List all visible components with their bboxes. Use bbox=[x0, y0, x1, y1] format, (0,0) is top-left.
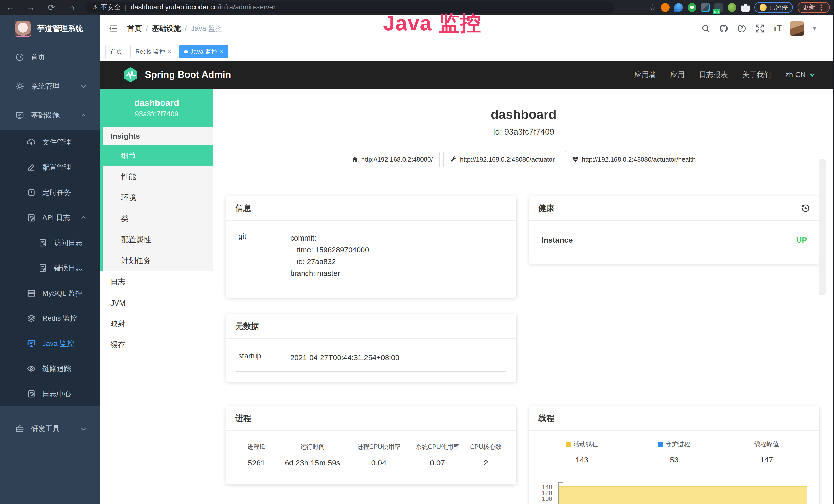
sidebar-item-infrastructure[interactable]: 基础设施 bbox=[0, 101, 100, 130]
extension-icon-4[interactable] bbox=[701, 3, 710, 12]
service-url-button[interactable]: http://192.168.0.2:48080/ bbox=[345, 151, 440, 168]
fullscreen-icon[interactable] bbox=[755, 24, 764, 33]
browser-reload-icon[interactable]: ⟳ bbox=[41, 2, 62, 13]
on-badge: on bbox=[713, 9, 720, 14]
page-title: dashboard bbox=[213, 107, 834, 122]
sba-locale-label: zh-CN bbox=[786, 71, 806, 79]
sba-logo-icon bbox=[122, 67, 139, 83]
sidebar-item-devtools[interactable]: 研发工具 bbox=[0, 414, 100, 443]
sidebar-item-label: 配置管理 bbox=[42, 162, 71, 172]
tab-label: Java 监控 bbox=[190, 47, 217, 56]
sba-menu-logs[interactable]: 日志 bbox=[100, 271, 213, 293]
extension-icon-2[interactable] bbox=[674, 3, 683, 12]
browser-forward-icon[interactable]: → bbox=[21, 2, 41, 12]
cloud-upload-icon bbox=[27, 138, 36, 146]
tab-home[interactable]: 首页 bbox=[105, 45, 127, 58]
sba-menu-classes[interactable]: 类 bbox=[103, 208, 213, 229]
sba-menu-jvm[interactable]: JVM bbox=[100, 293, 213, 314]
sidebar-item-java-monitor[interactable]: Java 监控 bbox=[0, 331, 100, 356]
close-icon[interactable]: × bbox=[220, 48, 223, 55]
sidebar-item-file-manage[interactable]: 文件管理 bbox=[0, 130, 100, 155]
sba-nav-wallboard[interactable]: 应用墙 bbox=[634, 70, 656, 79]
sidebar-item-label: 系统管理 bbox=[31, 82, 60, 91]
chevron-up-icon bbox=[80, 214, 87, 221]
sidebar-item-label: Redis 监控 bbox=[42, 314, 77, 323]
metadata-card-title: 元数据 bbox=[235, 321, 259, 332]
user-avatar[interactable] bbox=[790, 21, 804, 36]
close-icon[interactable]: × bbox=[168, 48, 171, 55]
help-icon[interactable] bbox=[737, 24, 746, 33]
sidebar-item-error-log[interactable]: 错误日志 bbox=[0, 255, 100, 281]
instance-links: http://192.168.0.2:48080/ http://192.168… bbox=[213, 151, 834, 168]
sidebar-item-log-center[interactable]: 日志中心 bbox=[0, 381, 100, 407]
content-scrollbar[interactable] bbox=[818, 159, 826, 295]
threads-card-title: 线程 bbox=[539, 413, 554, 423]
sba-menu-caches[interactable]: 缓存 bbox=[100, 335, 213, 356]
sidebar-item-tracer[interactable]: 链路追踪 bbox=[0, 356, 100, 381]
user-menu-caret-icon[interactable]: ▾ bbox=[813, 25, 816, 32]
extension-icon-6[interactable] bbox=[728, 3, 737, 12]
address-bar[interactable]: ⚠ 不安全 | dashboard.yudao.iocoder.cn /infr… bbox=[85, 2, 614, 13]
hamburger-icon[interactable] bbox=[108, 24, 119, 33]
tab-redis-monitor[interactable]: Redis 监控 × bbox=[130, 45, 176, 58]
sidebar-item-scheduled-job[interactable]: 定时任务 bbox=[0, 180, 100, 205]
sba-nav-about[interactable]: 关于我们 bbox=[742, 70, 771, 79]
paused-label: 已暂停 bbox=[769, 3, 788, 12]
paused-badge[interactable]: 已暂停 bbox=[754, 2, 793, 13]
app-logo[interactable]: 芋道管理系统 bbox=[0, 15, 100, 43]
sba-menu-details[interactable]: 细节 bbox=[103, 145, 213, 166]
sidebar-item-redis-monitor[interactable]: Redis 监控 bbox=[0, 306, 100, 331]
instance-id: 93a3fc7f7409 bbox=[135, 110, 178, 118]
threads-chart: 140 120 100 bbox=[536, 480, 813, 504]
startup-row: startup 2021-04-27T00:44:31.254+08:00 bbox=[236, 352, 506, 371]
sidebar-item-label: 文件管理 bbox=[42, 137, 71, 147]
breadcrumb-infrastructure[interactable]: 基础设施 bbox=[152, 24, 181, 33]
actuator-url-button[interactable]: http://192.168.0.2:48080/actuator bbox=[443, 151, 562, 168]
browser-back-icon[interactable]: ← bbox=[0, 2, 21, 12]
sba-nav-journal[interactable]: 日志报表 bbox=[699, 70, 728, 79]
sidebar-item-home[interactable]: 首页 bbox=[0, 43, 100, 72]
history-icon[interactable] bbox=[801, 204, 810, 213]
layers-icon bbox=[27, 314, 36, 323]
actuator-url: http://192.168.0.2:48080/actuator bbox=[460, 156, 554, 163]
home-icon bbox=[352, 156, 358, 163]
breadcrumb-home[interactable]: 首页 bbox=[127, 24, 142, 33]
extension-icon-3[interactable] bbox=[687, 3, 696, 12]
update-button[interactable]: 更新 ⋮ bbox=[797, 2, 830, 13]
bookmark-star-icon[interactable]: ☆ bbox=[649, 3, 656, 12]
metadata-card: 元数据 startup 2021-04-27T00:44:31.254+08:0… bbox=[226, 314, 516, 382]
tab-java-monitor[interactable]: Java 监控 × bbox=[179, 45, 228, 58]
instance-header[interactable]: dashboard 93a3fc7f7409 bbox=[100, 89, 213, 127]
sidebar-item-label: 研发工具 bbox=[31, 424, 60, 434]
sba-menu-mappings[interactable]: 映射 bbox=[100, 314, 213, 335]
sidebar-item-mysql-monitor[interactable]: MySQL 监控 bbox=[0, 281, 100, 306]
eye-icon bbox=[27, 364, 36, 373]
health-url-button[interactable]: http://192.168.0.2:48080/actuator/health bbox=[565, 151, 702, 168]
sba-brand[interactable]: Spring Boot Admin bbox=[122, 67, 231, 83]
puzzle-extension-icon[interactable] bbox=[741, 3, 750, 12]
gear-icon bbox=[16, 82, 24, 91]
health-card-title: 健康 bbox=[539, 203, 554, 214]
sba-menu-metrics[interactable]: 性能 bbox=[103, 166, 213, 187]
sba-menu-configprops[interactable]: 配置属性 bbox=[103, 229, 213, 250]
sidebar-item-access-log[interactable]: 访问日志 bbox=[0, 230, 100, 255]
app-title: 芋道管理系统 bbox=[37, 23, 83, 34]
search-icon[interactable] bbox=[701, 24, 710, 33]
git-info-row: git commit: time: 1596289704000 id: 27aa… bbox=[236, 232, 506, 287]
browser-home-icon[interactable]: ⌂ bbox=[62, 2, 82, 12]
sidebar-item-config-manage[interactable]: 配置管理 bbox=[0, 155, 100, 180]
sba-locale-select[interactable]: zh-CN bbox=[786, 71, 816, 79]
extension-icon-1[interactable] bbox=[661, 3, 670, 12]
extension-icon-5[interactable]: on bbox=[714, 3, 723, 12]
sidebar-item-api-log[interactable]: API 日志 bbox=[0, 205, 100, 230]
sba-menu-environment[interactable]: 环境 bbox=[103, 187, 213, 208]
sba-menu-scheduled-tasks[interactable]: 计划任务 bbox=[103, 250, 213, 271]
health-card: 健康 Instance UP bbox=[529, 196, 819, 264]
font-size-icon[interactable]: тТ bbox=[773, 24, 781, 33]
sidebar-item-label: Java 监控 bbox=[42, 339, 74, 348]
security-label[interactable]: 不安全 bbox=[101, 3, 121, 12]
browser-menu-icon[interactable]: ⋮ bbox=[817, 3, 825, 12]
sba-nav-applications[interactable]: 应用 bbox=[671, 70, 685, 79]
sidebar-item-system[interactable]: 系统管理 bbox=[0, 72, 100, 101]
github-icon[interactable] bbox=[719, 24, 728, 33]
